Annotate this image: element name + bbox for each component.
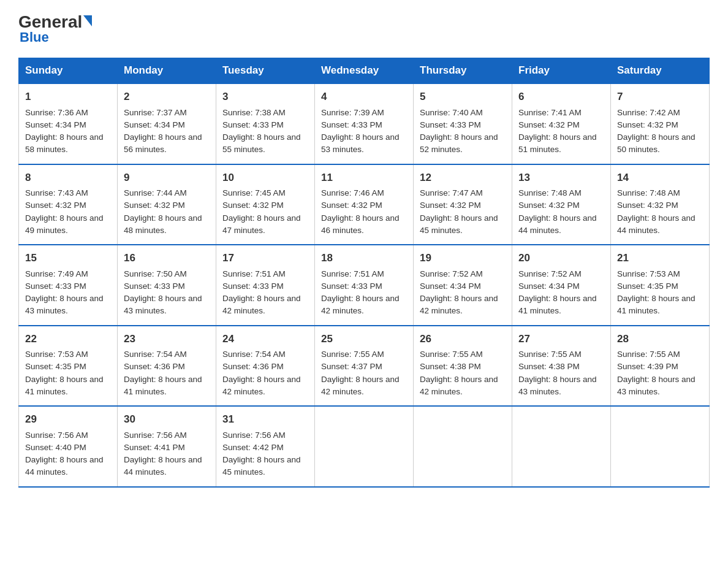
calendar-cell: 31Sunrise: 7:56 AMSunset: 4:42 PMDayligh… <box>216 406 315 487</box>
day-number: 24 <box>222 331 308 347</box>
calendar-cell: 12Sunrise: 7:47 AMSunset: 4:32 PMDayligh… <box>414 164 512 245</box>
calendar-cell: 30Sunrise: 7:56 AMSunset: 4:41 PMDayligh… <box>118 406 216 487</box>
calendar-cell: 5Sunrise: 7:40 AMSunset: 4:33 PMDaylight… <box>414 83 512 164</box>
day-number: 12 <box>420 170 506 186</box>
calendar-cell: 19Sunrise: 7:52 AMSunset: 4:34 PMDayligh… <box>414 245 512 326</box>
day-number: 8 <box>25 170 111 186</box>
calendar-cell: 15Sunrise: 7:49 AMSunset: 4:33 PMDayligh… <box>19 245 118 326</box>
day-number: 11 <box>321 170 407 186</box>
calendar-cell: 8Sunrise: 7:43 AMSunset: 4:32 PMDaylight… <box>19 164 118 245</box>
day-number: 10 <box>222 170 308 186</box>
calendar-cell: 20Sunrise: 7:52 AMSunset: 4:34 PMDayligh… <box>512 245 611 326</box>
column-header-thursday: Thursday <box>414 58 512 84</box>
calendar-cell: 21Sunrise: 7:53 AMSunset: 4:35 PMDayligh… <box>611 245 710 326</box>
day-number: 26 <box>420 331 506 347</box>
calendar-cell: 28Sunrise: 7:55 AMSunset: 4:39 PMDayligh… <box>611 326 710 407</box>
calendar-cell <box>315 406 414 487</box>
column-header-sunday: Sunday <box>19 58 118 84</box>
day-number: 14 <box>617 170 703 186</box>
day-number: 23 <box>124 331 210 347</box>
calendar-cell: 14Sunrise: 7:48 AMSunset: 4:32 PMDayligh… <box>611 164 710 245</box>
day-number: 18 <box>321 250 407 266</box>
day-number: 27 <box>518 331 604 347</box>
calendar-cell: 1Sunrise: 7:36 AMSunset: 4:34 PMDaylight… <box>19 83 118 164</box>
day-number: 21 <box>617 250 703 266</box>
day-number: 17 <box>222 250 308 266</box>
calendar-cell <box>414 406 512 487</box>
day-number: 20 <box>518 250 604 266</box>
calendar-cell: 17Sunrise: 7:51 AMSunset: 4:33 PMDayligh… <box>216 245 315 326</box>
day-number: 1 <box>25 89 111 105</box>
day-number: 15 <box>25 250 111 266</box>
day-number: 9 <box>124 170 210 186</box>
calendar-cell: 24Sunrise: 7:54 AMSunset: 4:36 PMDayligh… <box>216 326 315 407</box>
calendar-week-row: 15Sunrise: 7:49 AMSunset: 4:33 PMDayligh… <box>19 245 710 326</box>
calendar-cell: 11Sunrise: 7:46 AMSunset: 4:32 PMDayligh… <box>315 164 414 245</box>
logo-blue-text: Blue <box>20 29 49 45</box>
day-number: 28 <box>617 331 703 347</box>
calendar-cell: 22Sunrise: 7:53 AMSunset: 4:35 PMDayligh… <box>19 326 118 407</box>
column-header-tuesday: Tuesday <box>216 58 315 84</box>
day-number: 22 <box>25 331 111 347</box>
calendar-week-row: 1Sunrise: 7:36 AMSunset: 4:34 PMDaylight… <box>19 83 710 164</box>
calendar-cell: 25Sunrise: 7:55 AMSunset: 4:37 PMDayligh… <box>315 326 414 407</box>
column-header-monday: Monday <box>118 58 216 84</box>
logo-arrow-icon <box>83 15 92 26</box>
calendar-cell: 3Sunrise: 7:38 AMSunset: 4:33 PMDaylight… <box>216 83 315 164</box>
calendar-table: SundayMondayTuesdayWednesdayThursdayFrid… <box>18 58 710 488</box>
calendar-cell: 23Sunrise: 7:54 AMSunset: 4:36 PMDayligh… <box>118 326 216 407</box>
calendar-cell: 18Sunrise: 7:51 AMSunset: 4:33 PMDayligh… <box>315 245 414 326</box>
calendar-cell: 9Sunrise: 7:44 AMSunset: 4:32 PMDaylight… <box>118 164 216 245</box>
calendar-cell: 29Sunrise: 7:56 AMSunset: 4:40 PMDayligh… <box>19 406 118 487</box>
column-header-saturday: Saturday <box>611 58 710 84</box>
day-number: 25 <box>321 331 407 347</box>
logo: General Blue <box>18 12 92 45</box>
calendar-header-row: SundayMondayTuesdayWednesdayThursdayFrid… <box>19 58 710 84</box>
calendar-cell: 7Sunrise: 7:42 AMSunset: 4:32 PMDaylight… <box>611 83 710 164</box>
calendar-cell: 2Sunrise: 7:37 AMSunset: 4:34 PMDaylight… <box>118 83 216 164</box>
day-number: 2 <box>124 89 210 105</box>
calendar-cell: 16Sunrise: 7:50 AMSunset: 4:33 PMDayligh… <box>118 245 216 326</box>
calendar-week-row: 22Sunrise: 7:53 AMSunset: 4:35 PMDayligh… <box>19 326 710 407</box>
calendar-cell: 13Sunrise: 7:48 AMSunset: 4:32 PMDayligh… <box>512 164 611 245</box>
calendar-cell: 6Sunrise: 7:41 AMSunset: 4:32 PMDaylight… <box>512 83 611 164</box>
calendar-week-row: 29Sunrise: 7:56 AMSunset: 4:40 PMDayligh… <box>19 406 710 487</box>
day-number: 19 <box>420 250 506 266</box>
day-number: 29 <box>25 412 111 427</box>
calendar-cell: 4Sunrise: 7:39 AMSunset: 4:33 PMDaylight… <box>315 83 414 164</box>
calendar-cell <box>512 406 611 487</box>
day-number: 31 <box>222 412 308 427</box>
day-number: 7 <box>617 89 703 105</box>
calendar-cell <box>611 406 710 487</box>
column-header-friday: Friday <box>512 58 611 84</box>
day-number: 13 <box>518 170 604 186</box>
calendar-cell: 27Sunrise: 7:55 AMSunset: 4:38 PMDayligh… <box>512 326 611 407</box>
calendar-week-row: 8Sunrise: 7:43 AMSunset: 4:32 PMDaylight… <box>19 164 710 245</box>
day-number: 30 <box>124 412 210 427</box>
calendar-cell: 26Sunrise: 7:55 AMSunset: 4:38 PMDayligh… <box>414 326 512 407</box>
day-number: 16 <box>124 250 210 266</box>
day-number: 5 <box>420 89 506 105</box>
calendar-cell: 10Sunrise: 7:45 AMSunset: 4:32 PMDayligh… <box>216 164 315 245</box>
day-number: 6 <box>518 89 604 105</box>
day-number: 3 <box>222 89 308 105</box>
column-header-wednesday: Wednesday <box>315 58 414 84</box>
day-number: 4 <box>321 89 407 105</box>
page-header: General Blue <box>18 12 710 45</box>
